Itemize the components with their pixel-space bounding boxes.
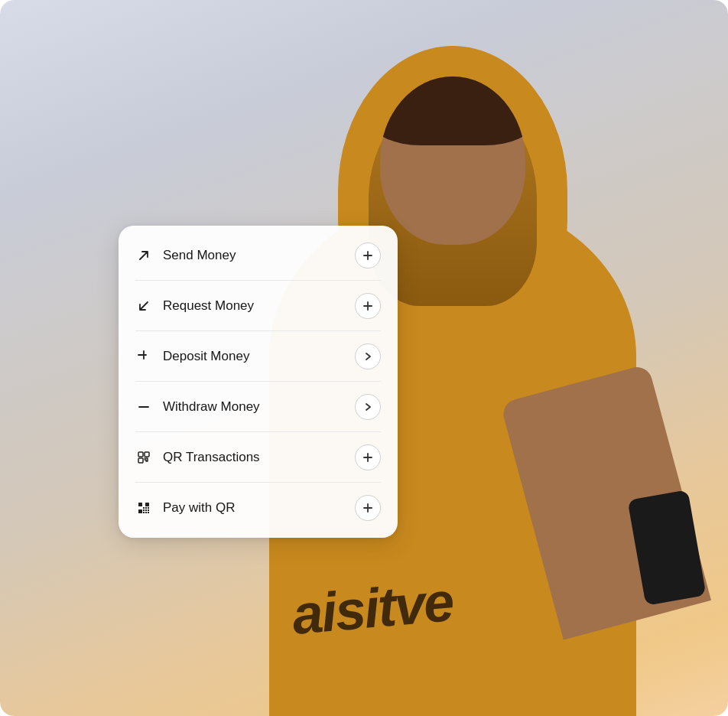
request-money-action[interactable] xyxy=(355,293,381,319)
deposit-money-item[interactable]: Deposit Money xyxy=(119,331,398,382)
svg-rect-3 xyxy=(138,503,142,506)
svg-rect-1 xyxy=(145,452,149,457)
svg-rect-4 xyxy=(145,503,149,506)
deposit-money-action[interactable] xyxy=(355,343,381,369)
svg-rect-14 xyxy=(148,512,149,513)
svg-rect-6 xyxy=(143,507,145,509)
deposit-money-label: Deposit Money xyxy=(163,349,355,364)
svg-rect-11 xyxy=(148,509,149,511)
svg-rect-10 xyxy=(145,509,147,511)
pay-with-qr-icon xyxy=(135,500,152,516)
qr-transactions-action[interactable] xyxy=(355,444,381,470)
head xyxy=(380,76,525,245)
svg-rect-9 xyxy=(143,509,145,511)
hair xyxy=(380,76,525,145)
deposit-money-icon xyxy=(135,348,152,365)
qr-transactions-label: QR Transactions xyxy=(163,450,355,465)
svg-rect-2 xyxy=(138,458,143,463)
send-money-label: Send Money xyxy=(163,248,355,263)
withdraw-money-action[interactable] xyxy=(355,394,381,420)
request-money-label: Request Money xyxy=(163,298,355,314)
withdraw-money-icon xyxy=(135,399,152,415)
pay-with-qr-item[interactable]: Pay with QR xyxy=(119,483,398,533)
withdraw-money-item[interactable]: Withdraw Money xyxy=(119,382,398,432)
send-money-item[interactable]: Send Money xyxy=(119,230,398,281)
request-money-icon xyxy=(135,298,152,314)
qr-transactions-icon xyxy=(135,449,152,466)
svg-rect-13 xyxy=(145,512,147,513)
svg-rect-8 xyxy=(148,507,149,509)
pay-with-qr-action[interactable] xyxy=(355,495,381,521)
send-money-action[interactable] xyxy=(355,242,381,268)
background: aisitve Send Money Req xyxy=(0,0,728,716)
pay-with-qr-label: Pay with QR xyxy=(163,500,355,516)
request-money-item[interactable]: Request Money xyxy=(119,281,398,331)
send-money-icon xyxy=(135,247,152,264)
qr-transactions-item[interactable]: QR Transactions xyxy=(119,432,398,483)
menu-card: Send Money Request Money xyxy=(119,226,398,538)
svg-rect-5 xyxy=(138,509,142,513)
withdraw-money-label: Withdraw Money xyxy=(163,399,355,415)
svg-rect-0 xyxy=(138,452,143,457)
svg-rect-12 xyxy=(143,512,145,513)
svg-rect-7 xyxy=(145,507,147,509)
